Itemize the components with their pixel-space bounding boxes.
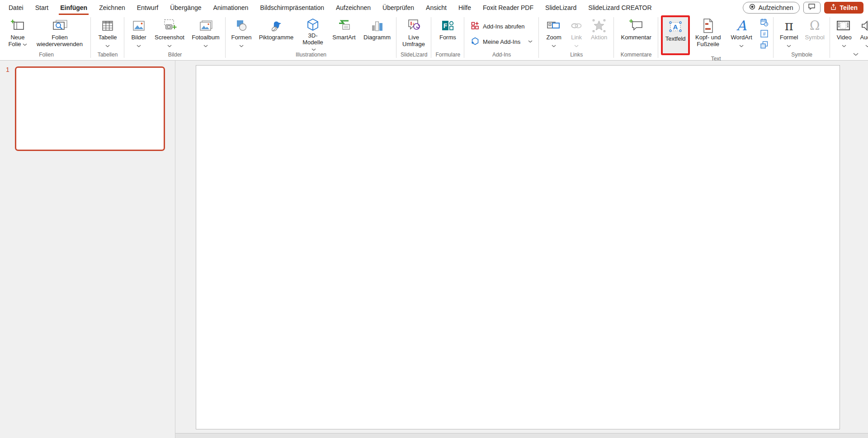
ribbon-group-label-formulare: Formulare	[433, 51, 463, 60]
ribbon-group-folien-buttons: Neue Folie Folien wiederverwenden	[3, 15, 90, 51]
symbol-icon: Ω	[810, 18, 820, 34]
3d-models-button[interactable]: 3D-Modelle	[298, 17, 328, 50]
menu-tab-aufzeichnen[interactable]: Aufzeichnen	[330, 0, 377, 15]
ribbon-button-label: Meine Add-Ins	[483, 38, 520, 45]
smartart-button[interactable]: SmartArt	[328, 17, 360, 50]
live-poll-button[interactable]: Live Umfrage	[399, 17, 428, 50]
smartart-icon	[336, 18, 352, 34]
svg-text:A: A	[673, 23, 678, 31]
ribbon-button-label: Folien wiederverwenden	[33, 34, 86, 47]
reuse-slides-button[interactable]: Folien wiederverwenden	[31, 17, 88, 50]
equation-button[interactable]: π Formel	[776, 17, 802, 50]
object-button[interactable]	[758, 41, 770, 51]
ribbon-group-label-addins: Add-Ins	[466, 51, 538, 60]
ribbon-button-label: Forms	[439, 34, 456, 41]
menu-tab-entwurf[interactable]: Entwurf	[131, 0, 164, 15]
ribbon-button-label: Kommentar	[621, 34, 651, 41]
audio-button[interactable]: Audio	[856, 17, 868, 50]
menu-tab-foxit-reader-pdf[interactable]: Foxit Reader PDF	[477, 0, 539, 15]
slide-thumbnail-panel: 1	[0, 61, 175, 438]
menu-tab-animationen[interactable]: Animationen	[208, 0, 255, 15]
table-button[interactable]: Tabelle	[94, 17, 122, 50]
svg-text:F: F	[443, 22, 448, 29]
menu-tab-uebergaenge[interactable]: Übergänge	[164, 0, 207, 15]
ribbon-group-links: Zoom Link Aktion Links	[539, 15, 614, 60]
slide-thumbnail-1[interactable]	[15, 66, 165, 151]
ribbon-button-label: Link	[571, 34, 582, 41]
slide-number: 1	[6, 66, 9, 73]
ribbon-group-links-buttons: Zoom Link Aktion	[540, 15, 613, 51]
table-icon	[100, 18, 115, 34]
slide-number-icon: #	[760, 29, 769, 40]
slide-number-button[interactable]: #	[758, 29, 770, 39]
ribbon-group-symbole: π Formel Ω Symbol Symbole	[774, 15, 830, 60]
text-box-button[interactable]: A Textfeld	[661, 15, 690, 55]
ribbon-button-label: Piktogramme	[259, 34, 294, 41]
photo-album-button[interactable]: Fotoalbum	[189, 17, 223, 50]
slide-canvas[interactable]	[196, 65, 840, 429]
menu-tab-bildschirmpraesentation[interactable]: Bildschirmpräsentation	[254, 0, 330, 15]
chevron-down-icon	[787, 41, 791, 49]
ribbon-button-label: Tabelle	[98, 34, 117, 41]
chevron-down-icon	[239, 41, 244, 49]
chevron-down-icon	[105, 41, 110, 49]
status-bar-edge	[175, 433, 868, 438]
ribbon-group-text-buttons: A Textfeld Kopf- und Fußzeile A WordArt	[660, 15, 772, 55]
work-area: 1	[0, 61, 868, 438]
menu-tab-start[interactable]: Start	[29, 0, 55, 15]
chevron-down-icon	[853, 53, 859, 56]
ribbon-group-label-slidelizard: SlideLizard	[398, 51, 430, 60]
ribbon-group-symbole-buttons: π Formel Ω Symbol	[775, 15, 829, 51]
ribbon-group-addins-buttons: Add-Ins abrufen Meine Add-Ins	[466, 15, 538, 51]
share-icon	[830, 4, 837, 12]
menu-tab-datei[interactable]: Datei	[3, 0, 29, 15]
menu-tab-slidelizard[interactable]: SlideLizard	[539, 0, 582, 15]
link-button: Link	[566, 17, 586, 50]
ribbon-group-kommentare-buttons: Kommentar	[615, 15, 657, 51]
pictures-button[interactable]: Bilder	[127, 17, 151, 50]
ribbon-group-text: A Textfeld Kopf- und Fußzeile A WordArt	[658, 15, 774, 60]
share-button[interactable]: Teilen	[824, 2, 863, 14]
shapes-button[interactable]: Formen	[228, 17, 255, 50]
menu-tab-slidelizard-creator[interactable]: SlideLizard CREATOR	[582, 0, 657, 15]
equation-icon: π	[785, 18, 793, 34]
ribbon-button-label: Audio	[860, 34, 868, 41]
chevron-down-icon	[574, 41, 579, 49]
chevron-down-icon	[137, 41, 141, 49]
video-button[interactable]: Video	[833, 17, 855, 50]
wordart-button[interactable]: A WordArt	[726, 17, 757, 50]
my-addins-button[interactable]: Meine Add-Ins	[467, 35, 536, 48]
date-time-button[interactable]	[758, 18, 770, 28]
comments-button[interactable]	[803, 2, 821, 14]
object-icon	[760, 41, 769, 51]
get-addins-button[interactable]: Add-Ins abrufen	[467, 20, 528, 33]
forms-button[interactable]: F Forms	[434, 17, 461, 50]
screenshot-button[interactable]: Screenshot	[151, 17, 188, 50]
chart-button[interactable]: Diagramm	[360, 17, 394, 50]
menu-tab-ansicht[interactable]: Ansicht	[420, 0, 453, 15]
menu-tab-hilfe[interactable]: Hilfe	[453, 0, 477, 15]
header-footer-button[interactable]: Kopf- und Fußzeile	[690, 17, 726, 50]
powerpoint-window: Datei Start Einfügen Zeichnen Entwurf Üb…	[0, 0, 868, 438]
chevron-down-icon	[203, 41, 208, 49]
ribbon-group-kommentare: Kommentar Kommentare	[614, 15, 658, 60]
menu-tab-ueberpruefen[interactable]: Überprüfen	[377, 0, 420, 15]
record-button[interactable]: Aufzeichnen	[743, 2, 800, 14]
new-slide-button[interactable]: Neue Folie	[5, 17, 31, 50]
ribbon-button-label: Neue Folie	[7, 34, 28, 47]
ribbon-button-label: Zoom	[547, 34, 561, 41]
ribbon-button-label: Symbol	[805, 34, 824, 41]
pictures-icon	[132, 18, 146, 34]
icons-button[interactable]: Piktogramme	[255, 17, 297, 50]
chart-icon	[370, 18, 384, 34]
menu-tab-einfuegen[interactable]: Einfügen	[54, 0, 93, 15]
ribbon-button-label: Formel	[780, 34, 798, 41]
chevron-down-icon	[167, 41, 172, 49]
collapse-ribbon-button[interactable]	[850, 50, 862, 58]
record-icon	[749, 4, 755, 11]
zoom-button[interactable]: Zoom	[542, 17, 566, 50]
share-button-label: Teilen	[840, 4, 858, 11]
menu-tab-zeichnen[interactable]: Zeichnen	[93, 0, 131, 15]
new-comment-button[interactable]: Kommentar	[617, 17, 656, 50]
ribbon-group-label-folien: Folien	[3, 51, 90, 60]
